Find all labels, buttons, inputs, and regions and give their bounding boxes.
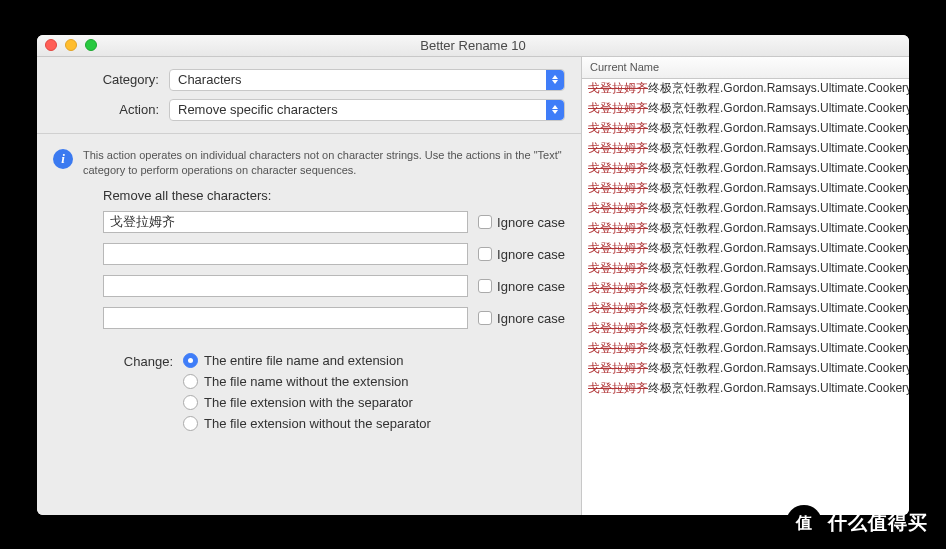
list-item[interactable]: 戈登拉姆齐终极烹饪教程.Gordon.Ramsays.Ultimate.Cook… <box>582 339 909 359</box>
removed-text: 戈登拉姆齐 <box>588 80 648 97</box>
remaining-text: 终极烹饪教程.Gordon.Ramsays.Ultimate.Cookery. <box>648 380 909 397</box>
fields-title: Remove all these characters: <box>103 188 565 203</box>
list-item[interactable]: 戈登拉姆齐终极烹饪教程.Gordon.Ramsays.Ultimate.Cook… <box>582 79 909 99</box>
left-pane: Category: Characters Action: Remove spec… <box>37 57 581 515</box>
radio-label: The file name without the extension <box>204 374 409 389</box>
change-area: Change: The entire file name and extensi… <box>37 349 581 441</box>
chevron-updown-icon <box>546 70 564 90</box>
category-value: Characters <box>178 72 242 87</box>
radio-icon <box>183 353 198 368</box>
change-option[interactable]: The file extension with the separator <box>183 395 431 410</box>
remaining-text: 终极烹饪教程.Gordon.Ramsays.Ultimate.Cookery. <box>648 260 909 277</box>
list-item[interactable]: 戈登拉姆齐终极烹饪教程.Gordon.Ramsays.Ultimate.Cook… <box>582 359 909 379</box>
removed-text: 戈登拉姆齐 <box>588 300 648 317</box>
removed-text: 戈登拉姆齐 <box>588 220 648 237</box>
traffic-lights <box>37 39 97 51</box>
remaining-text: 终极烹饪教程.Gordon.Ramsays.Ultimate.Cookery. <box>648 140 909 157</box>
characters-input[interactable] <box>103 275 468 297</box>
ignore-case-checkbox[interactable] <box>478 279 492 293</box>
remaining-text: 终极烹饪教程.Gordon.Ramsays.Ultimate.Cookery. <box>648 180 909 197</box>
fields-area: Remove all these characters: Ignore case… <box>37 184 581 349</box>
radio-label: The file extension without the separator <box>204 416 431 431</box>
category-select[interactable]: Characters <box>169 69 565 91</box>
removed-text: 戈登拉姆齐 <box>588 240 648 257</box>
file-list-pane: Current Name 戈登拉姆齐终极烹饪教程.Gordon.Ramsays.… <box>581 57 909 515</box>
app-window: Better Rename 10 Category: Characters Ac… <box>37 35 909 515</box>
action-label: Action: <box>53 102 169 117</box>
characters-input[interactable] <box>103 243 468 265</box>
chevron-updown-icon <box>546 100 564 120</box>
watermark-text: 什么值得买 <box>828 510 928 536</box>
removed-text: 戈登拉姆齐 <box>588 380 648 397</box>
ignore-case-label: Ignore case <box>497 279 565 294</box>
list-item[interactable]: 戈登拉姆齐终极烹饪教程.Gordon.Ramsays.Ultimate.Cook… <box>582 239 909 259</box>
column-title: Current Name <box>590 61 659 73</box>
zoom-button[interactable] <box>85 39 97 51</box>
character-field-row: Ignore case <box>103 275 565 297</box>
ignore-case-checkbox[interactable] <box>478 247 492 261</box>
change-option[interactable]: The file name without the extension <box>183 374 431 389</box>
removed-text: 戈登拉姆齐 <box>588 200 648 217</box>
change-label: Change: <box>53 353 173 431</box>
info-icon: i <box>53 149 73 169</box>
ignore-case-group: Ignore case <box>478 311 565 326</box>
radio-icon <box>183 374 198 389</box>
ignore-case-checkbox[interactable] <box>478 215 492 229</box>
removed-text: 戈登拉姆齐 <box>588 320 648 337</box>
ignore-case-label: Ignore case <box>497 215 565 230</box>
characters-input[interactable] <box>103 211 468 233</box>
action-value: Remove specific characters <box>178 102 338 117</box>
list-item[interactable]: 戈登拉姆齐终极烹饪教程.Gordon.Ramsays.Ultimate.Cook… <box>582 259 909 279</box>
ignore-case-group: Ignore case <box>478 247 565 262</box>
list-item[interactable]: 戈登拉姆齐终极烹饪教程.Gordon.Ramsays.Ultimate.Cook… <box>582 279 909 299</box>
list-item[interactable]: 戈登拉姆齐终极烹饪教程.Gordon.Ramsays.Ultimate.Cook… <box>582 379 909 399</box>
change-option[interactable]: The file extension without the separator <box>183 416 431 431</box>
content-area: Category: Characters Action: Remove spec… <box>37 57 909 515</box>
removed-text: 戈登拉姆齐 <box>588 280 648 297</box>
remaining-text: 终极烹饪教程.Gordon.Ramsays.Ultimate.Cookery. <box>648 360 909 377</box>
info-text: This action operates on individual chara… <box>83 148 565 179</box>
dropdown-area: Category: Characters Action: Remove spec… <box>37 57 581 134</box>
list-item[interactable]: 戈登拉姆齐终极烹饪教程.Gordon.Ramsays.Ultimate.Cook… <box>582 179 909 199</box>
watermark-icon: 值 <box>786 505 822 541</box>
removed-text: 戈登拉姆齐 <box>588 260 648 277</box>
removed-text: 戈登拉姆齐 <box>588 120 648 137</box>
remaining-text: 终极烹饪教程.Gordon.Ramsays.Ultimate.Cookery. <box>648 120 909 137</box>
minimize-button[interactable] <box>65 39 77 51</box>
change-option[interactable]: The entire file name and extension <box>183 353 431 368</box>
remaining-text: 终极烹饪教程.Gordon.Ramsays.Ultimate.Cookery. <box>648 280 909 297</box>
remaining-text: 终极烹饪教程.Gordon.Ramsays.Ultimate.Cookery. <box>648 300 909 317</box>
list-body[interactable]: 戈登拉姆齐终极烹饪教程.Gordon.Ramsays.Ultimate.Cook… <box>582 79 909 515</box>
close-button[interactable] <box>45 39 57 51</box>
list-item[interactable]: 戈登拉姆齐终极烹饪教程.Gordon.Ramsays.Ultimate.Cook… <box>582 139 909 159</box>
characters-input[interactable] <box>103 307 468 329</box>
remaining-text: 终极烹饪教程.Gordon.Ramsays.Ultimate.Cookery. <box>648 340 909 357</box>
action-select[interactable]: Remove specific characters <box>169 99 565 121</box>
remaining-text: 终极烹饪教程.Gordon.Ramsays.Ultimate.Cookery. <box>648 320 909 337</box>
radio-label: The file extension with the separator <box>204 395 413 410</box>
list-item[interactable]: 戈登拉姆齐终极烹饪教程.Gordon.Ramsays.Ultimate.Cook… <box>582 299 909 319</box>
list-item[interactable]: 戈登拉姆齐终极烹饪教程.Gordon.Ramsays.Ultimate.Cook… <box>582 219 909 239</box>
list-item[interactable]: 戈登拉姆齐终极烹饪教程.Gordon.Ramsays.Ultimate.Cook… <box>582 199 909 219</box>
ignore-case-checkbox[interactable] <box>478 311 492 325</box>
radio-label: The entire file name and extension <box>204 353 403 368</box>
list-item[interactable]: 戈登拉姆齐终极烹饪教程.Gordon.Ramsays.Ultimate.Cook… <box>582 319 909 339</box>
list-item[interactable]: 戈登拉姆齐终极烹饪教程.Gordon.Ramsays.Ultimate.Cook… <box>582 159 909 179</box>
remaining-text: 终极烹饪教程.Gordon.Ramsays.Ultimate.Cookery. <box>648 240 909 257</box>
removed-text: 戈登拉姆齐 <box>588 100 648 117</box>
removed-text: 戈登拉姆齐 <box>588 180 648 197</box>
radio-icon <box>183 416 198 431</box>
character-field-row: Ignore case <box>103 307 565 329</box>
ignore-case-label: Ignore case <box>497 247 565 262</box>
remaining-text: 终极烹饪教程.Gordon.Ramsays.Ultimate.Cookery. <box>648 80 909 97</box>
list-item[interactable]: 戈登拉姆齐终极烹饪教程.Gordon.Ramsays.Ultimate.Cook… <box>582 119 909 139</box>
list-column-header[interactable]: Current Name <box>582 57 909 79</box>
info-area: i This action operates on individual cha… <box>37 134 581 185</box>
list-item[interactable]: 戈登拉姆齐终极烹饪教程.Gordon.Ramsays.Ultimate.Cook… <box>582 99 909 119</box>
removed-text: 戈登拉姆齐 <box>588 160 648 177</box>
change-radio-group: The entire file name and extensionThe fi… <box>183 353 431 431</box>
remaining-text: 终极烹饪教程.Gordon.Ramsays.Ultimate.Cookery. <box>648 100 909 117</box>
ignore-case-group: Ignore case <box>478 279 565 294</box>
removed-text: 戈登拉姆齐 <box>588 140 648 157</box>
remaining-text: 终极烹饪教程.Gordon.Ramsays.Ultimate.Cookery. <box>648 220 909 237</box>
